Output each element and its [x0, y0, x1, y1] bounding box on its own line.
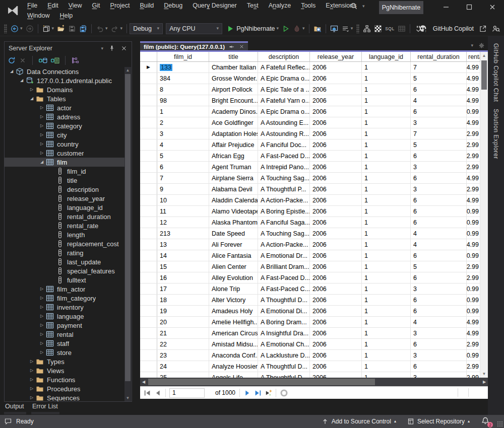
close-button[interactable] — [481, 0, 504, 14]
connect-to-database-icon[interactable] — [38, 56, 47, 65]
row-header[interactable] — [140, 361, 157, 372]
cell-title[interactable]: Angels Life — [209, 372, 258, 378]
table-row[interactable]: 24Analyze HoosiersA Thoughtful D...20061… — [140, 361, 480, 372]
cell-language_id[interactable]: 1 — [362, 295, 411, 305]
cell-description[interactable]: A Touching Sag... — [258, 228, 310, 239]
tree-item-film[interactable]: ◢film — [5, 158, 125, 167]
row-header[interactable] — [140, 139, 157, 150]
cell-language_id[interactable]: 1 — [362, 162, 411, 172]
row-header[interactable] — [140, 206, 157, 217]
cell-rental_rate[interactable]: 4.99 — [467, 328, 480, 338]
expander-icon[interactable]: ▷ — [28, 396, 36, 400]
undo-button[interactable]: ▾ — [96, 25, 108, 33]
cell-film_id[interactable]: 24 — [157, 361, 209, 372]
row-header[interactable] — [140, 151, 157, 161]
table-row[interactable]: 7Airplane SierraA Touching Sag...2006164… — [140, 173, 480, 184]
cell-film_id[interactable]: 23 — [157, 350, 209, 361]
tree-item-inventory[interactable]: ▷inventory — [5, 303, 125, 312]
expander-icon[interactable]: ◢ — [8, 69, 16, 74]
cell-title[interactable]: Alamo Videotape — [209, 206, 258, 217]
cell-language_id[interactable]: 1 — [362, 361, 411, 372]
menu-window[interactable]: Window — [22, 11, 54, 20]
cell-title[interactable]: Academy Dinos... — [209, 106, 258, 117]
cell-title[interactable]: Chamber Italian — [209, 62, 258, 73]
cell-language_id[interactable]: 1 — [362, 117, 411, 128]
table-row[interactable]: 10Aladdin CalendarA Action-Packe...20061… — [140, 195, 480, 206]
connect-to-server-icon[interactable] — [50, 56, 59, 65]
cell-title[interactable]: Agent Truman — [209, 162, 258, 172]
cell-rental_duration[interactable]: 5 — [411, 139, 467, 150]
cell-rental_duration[interactable]: 3 — [411, 117, 467, 128]
cell-language_id[interactable]: 1 — [362, 206, 411, 217]
expander-icon[interactable]: ▷ — [28, 360, 36, 364]
scroll-down-icon[interactable]: ▼ — [480, 370, 488, 378]
cell-rental_duration[interactable]: 6 — [411, 272, 467, 283]
cell-language_id[interactable]: 1 — [362, 73, 411, 84]
add-new-record-button[interactable] — [264, 389, 273, 397]
cell-film_id[interactable]: 19 — [157, 306, 209, 316]
cell-release_year[interactable]: 2006 — [310, 272, 362, 283]
tree-item-film-actor[interactable]: ▷film_actor — [5, 284, 125, 294]
row-header[interactable] — [140, 295, 157, 305]
row-header[interactable] — [140, 306, 157, 316]
navigate-forward-button[interactable] — [26, 25, 34, 33]
cell-title[interactable]: Grosse Wonder... — [209, 73, 258, 84]
column-header-language_id[interactable]: language_id — [362, 52, 411, 61]
cell-rental_duration[interactable]: 5 — [411, 73, 467, 84]
cell-description[interactable]: A Boring Dram... — [258, 317, 310, 327]
cell-description[interactable]: A Fast-Paced D... — [258, 272, 310, 283]
row-header[interactable] — [140, 84, 157, 95]
cell-title[interactable]: Alice Fantasia — [209, 250, 258, 261]
cell-title[interactable]: Bright Encount... — [209, 95, 258, 106]
cell-language_id[interactable]: 1 — [362, 350, 411, 361]
tree-item-types[interactable]: ▷Types — [5, 357, 125, 366]
cell-description[interactable]: A Astounding E... — [258, 117, 310, 128]
cell-film_id[interactable]: 12 — [157, 217, 209, 228]
cell-language_id[interactable]: 1 — [362, 261, 411, 272]
cell-description[interactable]: A Fateful Reflec... — [258, 62, 310, 73]
cell-rental_rate[interactable]: 4.99 — [467, 95, 480, 106]
expander-icon[interactable]: ▷ — [28, 369, 36, 373]
cell-release_year[interactable]: 2006 — [310, 84, 362, 95]
tree-item-rental-rate[interactable]: rental_rate — [5, 221, 125, 230]
side-tab-solution-explorer[interactable]: Solution Explorer — [492, 109, 499, 159]
cell-language_id[interactable]: 1 — [362, 173, 411, 183]
tab-error-list[interactable]: Error List — [32, 403, 58, 410]
tree-item-staff[interactable]: ▷staff — [5, 339, 125, 348]
cell-language_id[interactable]: 1 — [362, 139, 411, 150]
window-position-icon[interactable]: ▾ — [101, 46, 103, 51]
tree-item-film-id[interactable]: film_id — [5, 167, 125, 176]
cell-description[interactable]: A Fast-Paced C... — [258, 283, 310, 294]
expander-icon[interactable]: ▷ — [38, 115, 46, 119]
cell-release_year[interactable]: 2006 — [310, 317, 362, 327]
tree-item-language-id[interactable]: language_id — [5, 203, 125, 212]
cell-rental_rate[interactable]: 4.99 — [467, 117, 480, 128]
select-repository-button[interactable]: Select Repository ▴ — [407, 418, 470, 425]
chevron-down-icon[interactable]: ▾ — [20, 26, 23, 31]
cell-rental_duration[interactable]: 6 — [411, 250, 467, 261]
cell-release_year[interactable]: 2006 — [310, 239, 362, 250]
cell-rental_duration[interactable]: 3 — [411, 283, 467, 294]
move-next-button[interactable] — [243, 389, 251, 397]
cell-rental_rate[interactable]: 0.99 — [467, 217, 480, 228]
cell-title[interactable]: Amistad Midsu... — [209, 339, 258, 349]
cell-title[interactable]: Analyze Hoosiers — [209, 361, 258, 372]
column-header-rental_duration[interactable]: rental_duration — [411, 52, 467, 61]
cell-rental_rate[interactable]: 2.99 — [467, 184, 480, 194]
list-options-button[interactable]: ▾ — [341, 25, 353, 33]
expander-icon[interactable]: ▷ — [38, 287, 46, 291]
chevron-down-icon[interactable]: ▾ — [52, 26, 54, 31]
live-share-button[interactable] — [330, 25, 338, 33]
tree-item-title[interactable]: title — [5, 176, 125, 185]
cell-title[interactable]: Affair Prejudice — [209, 139, 258, 150]
cell-film_id[interactable]: 17 — [157, 283, 209, 294]
cell-description[interactable]: A Fanciful Saga... — [258, 217, 310, 228]
table-row[interactable]: 4Affair PrejudiceA Fanciful Doc...200615… — [140, 139, 480, 151]
expander-icon[interactable]: ▷ — [28, 88, 36, 92]
tree-item-last-update[interactable]: last_update — [5, 257, 125, 266]
expander-icon[interactable]: ▷ — [28, 378, 36, 382]
table-row[interactable]: 25Angels LifeA Thoughtful D...2006132.99 — [140, 372, 480, 378]
row-header[interactable] — [140, 328, 157, 338]
cell-film_id[interactable]: 18 — [157, 295, 209, 305]
show-diagram-pane-button[interactable] — [363, 25, 371, 33]
